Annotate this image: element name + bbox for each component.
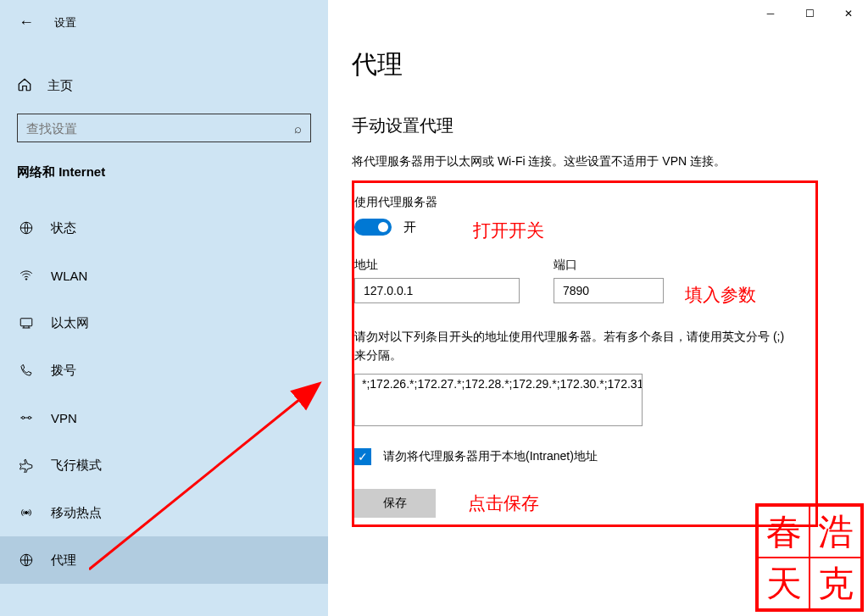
sidebar: ← 设置 主页 ⌕ 网络和 Internet 状态 WLAN 以太网 bbox=[0, 0, 328, 616]
category-title: 网络和 Internet bbox=[0, 142, 328, 189]
use-proxy-label: 使用代理服务器 bbox=[354, 195, 800, 210]
watermark-char: 天 bbox=[758, 558, 810, 609]
settings-title: 设置 bbox=[54, 15, 76, 31]
sidebar-item-home[interactable]: 主页 bbox=[0, 70, 328, 102]
sidebar-item-ethernet[interactable]: 以太网 bbox=[0, 299, 328, 347]
svg-point-5 bbox=[25, 512, 28, 514]
sidebar-item-status[interactable]: 状态 bbox=[0, 204, 328, 252]
svg-rect-2 bbox=[20, 319, 32, 326]
save-button[interactable]: 保存 bbox=[354, 489, 436, 518]
sidebar-item-airplane[interactable]: 飞行模式 bbox=[0, 441, 328, 489]
proxy-icon bbox=[17, 552, 36, 568]
dialup-icon bbox=[17, 363, 36, 378]
watermark-char: 浩 bbox=[810, 506, 861, 558]
vpn-icon bbox=[17, 410, 36, 425]
section-title: 手动设置代理 bbox=[352, 114, 868, 137]
intranet-label: 请勿将代理服务器用于本地(Intranet)地址 bbox=[383, 449, 598, 464]
sidebar-item-vpn[interactable]: VPN bbox=[0, 394, 328, 441]
nav-label: 移动热点 bbox=[51, 505, 102, 521]
annotation-save: 点击保存 bbox=[468, 491, 539, 515]
search-input[interactable] bbox=[26, 121, 294, 136]
home-label: 主页 bbox=[47, 78, 73, 94]
sidebar-item-dialup[interactable]: 拨号 bbox=[0, 347, 328, 394]
minimize-button[interactable]: ─ bbox=[751, 0, 790, 27]
wifi-icon bbox=[17, 268, 36, 283]
nav-label: VPN bbox=[51, 411, 77, 425]
address-label: 地址 bbox=[354, 258, 520, 273]
nav-label: 飞行模式 bbox=[51, 458, 102, 474]
titlebar: ─ ☐ ✕ bbox=[751, 0, 868, 27]
watermark: 春 浩 天 克 bbox=[755, 503, 864, 612]
airplane-icon bbox=[17, 458, 36, 473]
search-box[interactable]: ⌕ bbox=[17, 114, 311, 142]
svg-point-3 bbox=[22, 417, 25, 419]
port-input[interactable] bbox=[554, 278, 664, 303]
back-button[interactable]: ← bbox=[15, 10, 37, 35]
nav-label: 代理 bbox=[51, 552, 76, 569]
section-description: 将代理服务器用于以太网或 Wi-Fi 连接。这些设置不适用于 VPN 连接。 bbox=[352, 153, 868, 170]
annotation-toggle: 打开开关 bbox=[473, 219, 544, 242]
watermark-char: 克 bbox=[810, 558, 861, 609]
maximize-button[interactable]: ☐ bbox=[790, 0, 829, 27]
proxy-toggle[interactable] bbox=[354, 219, 392, 236]
search-icon: ⌕ bbox=[294, 121, 302, 136]
hotspot-icon bbox=[17, 505, 36, 520]
address-input[interactable] bbox=[354, 278, 520, 303]
ethernet-icon bbox=[17, 315, 36, 330]
nav-list: 状态 WLAN 以太网 拨号 VPN 飞行模式 bbox=[0, 204, 328, 584]
nav-label: WLAN bbox=[51, 269, 87, 283]
svg-point-4 bbox=[28, 417, 31, 419]
nav-label: 以太网 bbox=[51, 315, 89, 331]
close-button[interactable]: ✕ bbox=[829, 0, 868, 27]
nav-label: 状态 bbox=[51, 220, 76, 236]
exceptions-description: 请勿对以下列条目开头的地址使用代理服务器。若有多个条目，请使用英文分号 (;) … bbox=[354, 327, 787, 365]
sidebar-item-proxy[interactable]: 代理 bbox=[0, 536, 328, 584]
svg-point-1 bbox=[25, 279, 27, 280]
watermark-char: 春 bbox=[758, 506, 810, 558]
sidebar-item-hotspot[interactable]: 移动热点 bbox=[0, 489, 328, 536]
port-label: 端口 bbox=[554, 258, 664, 273]
exceptions-input[interactable]: *;172.26.*;172.27.*;172.28.*;172.29.*;17… bbox=[354, 374, 643, 426]
toggle-knob bbox=[378, 222, 388, 232]
annotation-params: 填入参数 bbox=[685, 283, 756, 307]
toggle-state-label: 开 bbox=[403, 219, 416, 236]
globe-icon bbox=[17, 220, 36, 236]
sidebar-item-wlan[interactable]: WLAN bbox=[0, 252, 328, 299]
intranet-checkbox[interactable]: ✓ bbox=[354, 448, 371, 465]
nav-label: 拨号 bbox=[51, 363, 76, 379]
home-icon bbox=[17, 77, 32, 95]
annotation-highlight-box: 使用代理服务器 开 打开开关 地址 端口 填入参数 请勿对以下列条目开头的地址使… bbox=[352, 180, 818, 527]
